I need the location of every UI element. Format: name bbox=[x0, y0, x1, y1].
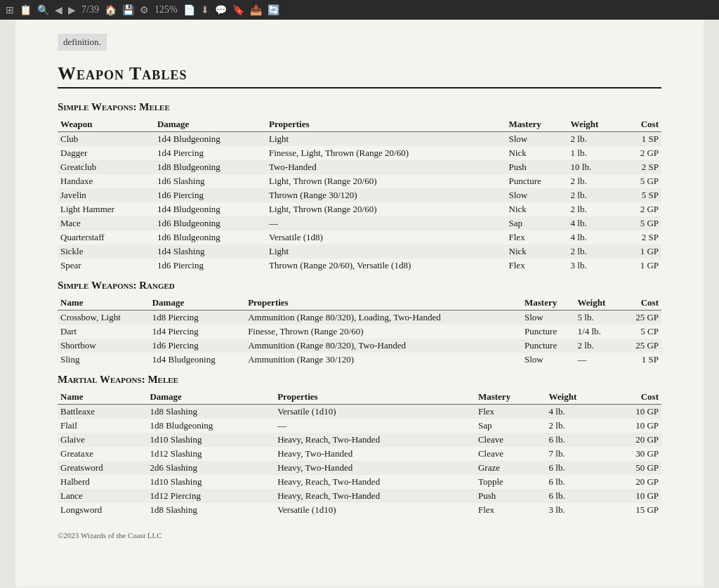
cell-2-4-2: Heavy, Two-Handed bbox=[275, 461, 475, 475]
cell-2-0-4: 4 lb. bbox=[546, 405, 609, 419]
toolbar-icon-down[interactable]: ⬇ bbox=[201, 4, 209, 16]
cell-2-7-3: Flex bbox=[475, 503, 546, 517]
cell-1-2-1: 1d6 Piercing bbox=[150, 339, 245, 353]
table-row: Dagger1d4 PiercingFinesse, Light, Thrown… bbox=[58, 146, 661, 160]
col-header-0-0: Weapon bbox=[58, 117, 154, 132]
cell-2-3-2: Heavy, Two-Handed bbox=[275, 447, 475, 461]
page-content: definition. Weapon Tables Simple Weapons… bbox=[15, 20, 704, 587]
toolbar-icon-grid[interactable]: ⊞ bbox=[6, 4, 14, 16]
cell-2-5-3: Topple bbox=[475, 475, 546, 489]
table-row: Mace1d6 Bludgeoning—Sap4 lb.5 GP bbox=[58, 216, 661, 230]
toolbar-zoom[interactable]: 125% bbox=[154, 4, 178, 15]
cell-0-8-1: 1d4 Slashing bbox=[154, 244, 266, 259]
toolbar-icon-save[interactable]: 💾 bbox=[122, 4, 134, 16]
cell-2-4-0: Greatsword bbox=[58, 461, 147, 475]
cell-0-5-5: 2 GP bbox=[622, 202, 661, 216]
cell-0-6-3: Sap bbox=[506, 216, 568, 230]
col-header-2-1: Damage bbox=[147, 390, 275, 405]
cell-2-6-2: Heavy, Reach, Two-Handed bbox=[275, 489, 475, 503]
toolbar-icon-settings[interactable]: ⚙ bbox=[140, 4, 149, 16]
toolbar-icon-comment[interactable]: 💬 bbox=[215, 4, 227, 16]
cell-2-4-3: Graze bbox=[475, 461, 546, 475]
cell-1-1-5: 5 CP bbox=[621, 325, 661, 339]
toolbar-icon-page[interactable]: 📄 bbox=[183, 4, 195, 16]
cell-0-2-4: 10 lb. bbox=[568, 160, 623, 174]
footer: ©2023 Wizards of the Coast LLC bbox=[58, 531, 661, 540]
cell-2-1-1: 1d8 Bludgeoning bbox=[147, 419, 275, 433]
cell-2-6-1: 1d12 Piercing bbox=[147, 489, 275, 503]
col-header-1-0: Name bbox=[58, 296, 150, 311]
table-row: Glaive1d10 SlashingHeavy, Reach, Two-Han… bbox=[58, 433, 661, 447]
cell-2-3-4: 7 lb. bbox=[546, 447, 609, 461]
cell-0-9-0: Spear bbox=[58, 259, 154, 273]
cell-2-5-0: Halberd bbox=[58, 475, 147, 489]
cell-0-0-1: 1d4 Bludgeoning bbox=[154, 132, 266, 147]
page-title: Weapon Tables bbox=[58, 63, 661, 89]
cell-2-6-0: Lance bbox=[58, 489, 147, 503]
cell-1-3-5: 1 SP bbox=[621, 353, 661, 367]
cell-0-0-0: Club bbox=[58, 132, 154, 147]
cell-1-3-2: Ammunition (Range 30/120) bbox=[245, 353, 522, 367]
cell-0-8-4: 2 lb. bbox=[568, 244, 623, 259]
cell-1-2-3: Puncture bbox=[522, 339, 575, 353]
cell-2-7-1: 1d8 Slashing bbox=[147, 503, 275, 517]
cell-0-6-4: 4 lb. bbox=[568, 216, 623, 230]
toolbar-icon-search[interactable]: 🔍 bbox=[37, 4, 49, 16]
section-title-2: Martial Weapons: Melee bbox=[58, 374, 661, 386]
cell-2-7-2: Versatile (1d10) bbox=[275, 503, 475, 517]
table-row: Sickle1d4 SlashingLightNick2 lb.1 GP bbox=[58, 244, 661, 259]
cell-2-1-2: — bbox=[275, 419, 475, 433]
cell-1-3-4: — bbox=[575, 353, 622, 367]
cell-2-5-5: 20 GP bbox=[608, 475, 661, 489]
cell-0-2-3: Push bbox=[506, 160, 568, 174]
cell-2-2-2: Heavy, Reach, Two-Handed bbox=[275, 433, 475, 447]
cell-0-9-2: Thrown (Range 20/60), Versatile (1d8) bbox=[266, 259, 506, 273]
cell-1-0-4: 5 lb. bbox=[575, 311, 622, 325]
cell-2-3-5: 30 GP bbox=[608, 447, 661, 461]
cell-0-1-4: 1 lb. bbox=[568, 146, 623, 160]
toolbar-icon-prev[interactable]: ◀ bbox=[55, 4, 62, 16]
col-header-2-2: Properties bbox=[275, 390, 475, 405]
cell-0-6-1: 1d6 Bludgeoning bbox=[154, 216, 266, 230]
table-2: NameDamagePropertiesMasteryWeightCostBat… bbox=[58, 390, 661, 517]
cell-2-4-1: 2d6 Slashing bbox=[147, 461, 275, 475]
table-row: Greataxe1d12 SlashingHeavy, Two-HandedCl… bbox=[58, 447, 661, 461]
cell-0-4-5: 5 SP bbox=[622, 188, 661, 202]
toolbar-icon-next[interactable]: ▶ bbox=[68, 4, 76, 16]
cell-1-2-5: 25 GP bbox=[621, 339, 661, 353]
cell-0-2-2: Two-Handed bbox=[266, 160, 506, 174]
cell-1-0-3: Slow bbox=[522, 311, 575, 325]
cell-2-5-2: Heavy, Reach, Two-Handed bbox=[275, 475, 475, 489]
col-header-1-1: Damage bbox=[150, 296, 245, 311]
cell-2-2-5: 20 GP bbox=[608, 433, 661, 447]
cell-0-9-5: 1 GP bbox=[622, 259, 661, 273]
toolbar-page-num: 7/39 bbox=[81, 4, 99, 15]
cell-2-5-4: 6 lb. bbox=[546, 475, 609, 489]
table-row: Flail1d8 Bludgeoning—Sap2 lb.10 GP bbox=[58, 419, 661, 433]
toolbar-icon-export[interactable]: 📤 bbox=[250, 4, 262, 16]
cell-2-5-1: 1d10 Slashing bbox=[147, 475, 275, 489]
cell-0-0-2: Light bbox=[266, 132, 506, 147]
cell-0-6-2: — bbox=[266, 216, 506, 230]
toolbar: ⊞ 📋 🔍 ◀ ▶ 7/39 🏠 💾 ⚙ 125% 📄 ⬇ 💬 🔖 📤 🔄 bbox=[0, 0, 719, 20]
cell-2-0-2: Versatile (1d10) bbox=[275, 405, 475, 419]
toolbar-icon-refresh[interactable]: 🔄 bbox=[268, 4, 279, 16]
cell-0-5-0: Light Hammer bbox=[58, 202, 154, 216]
cell-0-9-1: 1d6 Piercing bbox=[154, 259, 266, 273]
toolbar-icon-copy[interactable]: 📋 bbox=[20, 4, 32, 16]
cell-2-0-3: Flex bbox=[475, 405, 546, 419]
table-row: Club1d4 BludgeoningLightSlow2 lb.1 SP bbox=[58, 132, 661, 147]
cell-0-4-2: Thrown (Range 30/120) bbox=[266, 188, 506, 202]
cell-0-0-3: Slow bbox=[506, 132, 568, 147]
col-header-0-2: Properties bbox=[266, 117, 506, 132]
cell-1-1-4: 1/4 lb. bbox=[575, 325, 622, 339]
toolbar-icon-home[interactable]: 🏠 bbox=[105, 4, 117, 16]
cell-0-1-3: Nick bbox=[506, 146, 568, 160]
cell-0-3-4: 2 lb. bbox=[568, 174, 623, 188]
cell-0-4-4: 2 lb. bbox=[568, 188, 623, 202]
cell-2-7-5: 15 GP bbox=[608, 503, 661, 517]
table-row: Dart1d4 PiercingFinesse, Thrown (Range 2… bbox=[58, 325, 661, 339]
cell-0-1-0: Dagger bbox=[58, 146, 154, 160]
toolbar-icon-bookmark[interactable]: 🔖 bbox=[232, 4, 244, 16]
cell-2-6-5: 10 GP bbox=[608, 489, 661, 503]
